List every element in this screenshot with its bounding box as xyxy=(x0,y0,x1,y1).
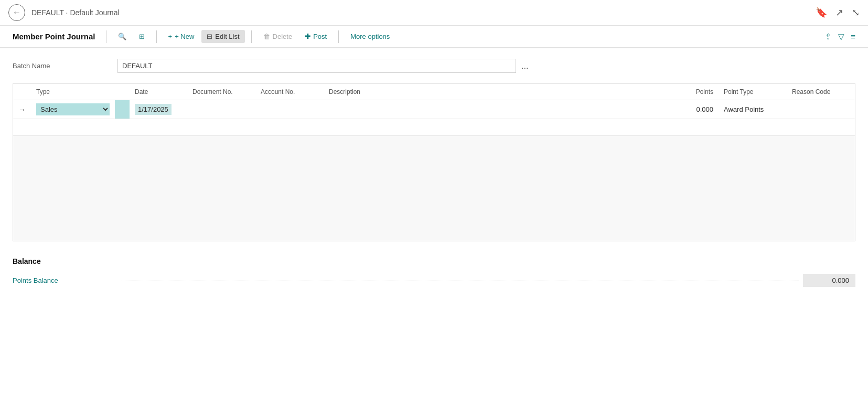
balance-title: Balance xyxy=(13,257,855,265)
balance-section: Balance Points Balance 0.000 xyxy=(13,257,855,287)
delete-button[interactable]: 🗑 Delete xyxy=(258,30,298,43)
empty-doc xyxy=(187,119,255,136)
toolbar: Member Point Journal 🔍 ⊞ + + New ⊟ Edit … xyxy=(0,26,868,48)
edit-list-button[interactable]: ⊟ Edit List xyxy=(201,30,244,43)
post-label: Post xyxy=(313,33,327,40)
account-no-cell[interactable] xyxy=(255,100,324,119)
col-points: Points xyxy=(671,84,719,100)
journal-table: Type Date Document No. Account No. Descr… xyxy=(13,84,855,136)
search-icon: 🔍 xyxy=(118,33,126,40)
empty-date xyxy=(130,119,187,136)
grid-icon: ⊞ xyxy=(139,33,145,40)
toolbar-divider-3 xyxy=(251,30,252,43)
collapse-icon[interactable]: ⤡ xyxy=(852,7,860,18)
new-icon: + xyxy=(168,33,173,40)
external-link-icon[interactable]: ↗ xyxy=(835,7,843,18)
delete-icon: 🗑 xyxy=(263,33,270,40)
point-type-cell[interactable]: Award Points xyxy=(719,100,787,119)
col-type: Type xyxy=(31,84,115,100)
toolbar-divider-2 xyxy=(156,30,157,43)
col-document-no: Document No. xyxy=(187,84,255,100)
type-select[interactable]: Sales Purchase Return xyxy=(36,103,110,115)
top-bar: ← DEFAULT · Default Journal 🔖 ↗ ⤡ xyxy=(0,0,868,26)
empty-row xyxy=(13,119,855,136)
more-options-label: More options xyxy=(350,33,390,40)
batch-name-row: Batch Name ... xyxy=(13,59,855,73)
points-balance-value: 0.000 xyxy=(803,274,855,287)
bookmark-icon[interactable]: 🔖 xyxy=(816,7,827,18)
content-area: Batch Name ... Type Date Document No. Ac… xyxy=(0,48,868,297)
document-no-cell[interactable] xyxy=(187,100,255,119)
toolbar-divider-1 xyxy=(106,30,106,43)
empty-arrow xyxy=(13,119,31,136)
back-button[interactable]: ← xyxy=(8,4,25,21)
empty-type xyxy=(31,119,115,136)
col-description: Description xyxy=(324,84,671,100)
edit-list-label: Edit List xyxy=(215,33,239,40)
post-icon: ✚ xyxy=(305,33,310,40)
new-label: + New xyxy=(175,33,194,40)
new-button[interactable]: + + New xyxy=(163,30,200,43)
points-balance-row: Points Balance 0.000 xyxy=(13,274,855,287)
journal-table-container: Type Date Document No. Account No. Descr… xyxy=(13,83,855,241)
row-arrow: → xyxy=(13,100,31,119)
search-button[interactable]: 🔍 xyxy=(113,30,132,43)
more-options-button[interactable]: More options xyxy=(345,30,395,43)
col-arrow xyxy=(13,84,31,100)
points-cell[interactable]: 0.000 xyxy=(671,100,719,119)
toolbar-divider-4 xyxy=(338,30,339,43)
table-header-row: Type Date Document No. Account No. Descr… xyxy=(13,84,855,100)
col-account-no: Account No. xyxy=(255,84,324,100)
table-row: → Sales Purchase Return 1/17/2025 xyxy=(13,100,855,119)
table-empty-space xyxy=(13,136,855,241)
filter-icon[interactable]: ▽ xyxy=(838,32,844,41)
breadcrumb: DEFAULT · Default Journal xyxy=(31,8,120,17)
empty-account xyxy=(255,119,324,136)
edit-list-icon: ⊟ xyxy=(207,33,212,40)
col-reason-code: Reason Code xyxy=(787,84,855,100)
empty-point-type xyxy=(719,119,787,136)
col-point-type: Point Type xyxy=(719,84,787,100)
col-color xyxy=(115,84,130,100)
grid-view-button[interactable]: ⊞ xyxy=(134,30,150,43)
type-cell[interactable]: Sales Purchase Return xyxy=(31,100,115,119)
col-date: Date xyxy=(130,84,187,100)
balance-dots xyxy=(122,281,799,281)
points-balance-label: Points Balance xyxy=(13,277,117,284)
batch-name-input[interactable] xyxy=(117,59,516,73)
date-cell[interactable]: 1/17/2025 xyxy=(130,100,187,119)
batch-name-ellipsis-button[interactable]: ... xyxy=(519,60,530,72)
top-bar-actions: 🔖 ↗ ⤡ xyxy=(816,7,860,18)
batch-name-field-wrapper: ... xyxy=(117,59,855,73)
empty-color xyxy=(115,119,130,136)
batch-name-label: Batch Name xyxy=(13,62,117,70)
delete-label: Delete xyxy=(273,33,293,40)
columns-icon[interactable]: ≡ xyxy=(851,32,855,41)
empty-desc xyxy=(324,119,671,136)
toolbar-right-actions: ⇪ ▽ ≡ xyxy=(825,32,855,41)
post-button[interactable]: ✚ Post xyxy=(299,30,332,43)
color-indicator-cell xyxy=(115,100,130,119)
empty-points xyxy=(671,119,719,136)
description-cell[interactable] xyxy=(324,100,671,119)
page-title: Member Point Journal xyxy=(13,32,95,41)
share-icon[interactable]: ⇪ xyxy=(825,32,832,41)
reason-code-cell[interactable] xyxy=(787,100,855,119)
date-value: 1/17/2025 xyxy=(135,104,172,115)
empty-reason xyxy=(787,119,855,136)
